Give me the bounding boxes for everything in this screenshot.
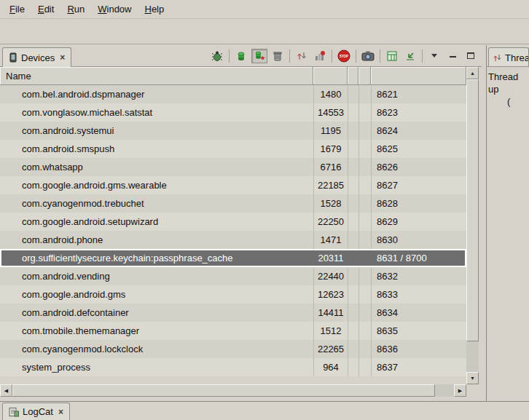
table-header: Name: [0, 67, 466, 85]
threads-tabbar: Threads: [487, 45, 529, 67]
process-port: 8629: [377, 213, 398, 231]
tab-devices-label: Devices: [21, 52, 55, 63]
process-port: 8627: [377, 176, 398, 194]
tab-threads-label: Threads: [505, 52, 529, 63]
stop-process-icon[interactable]: STOP: [336, 49, 352, 63]
systrace-icon[interactable]: [402, 49, 418, 63]
column-header-port[interactable]: [371, 67, 466, 85]
toolbar-separator: [289, 49, 290, 63]
column-separator: [313, 85, 314, 376]
toolbar-separator: [356, 49, 356, 63]
column-separator: [358, 85, 359, 376]
start-method-profiling-icon[interactable]: [312, 49, 328, 63]
dump-hprof-icon[interactable]: [251, 49, 267, 63]
process-port: 8634: [377, 304, 398, 322]
process-pid: 22250: [314, 213, 348, 231]
process-pid: 22185: [314, 176, 348, 194]
main-toolbar-area: [0, 19, 529, 44]
scroll-left-button[interactable]: ◀: [0, 384, 12, 397]
close-icon[interactable]: ×: [60, 52, 65, 63]
scroll-right-button[interactable]: ▶: [454, 384, 466, 397]
process-pid: 1679: [314, 140, 348, 158]
table-row[interactable]: com.google.android.gms 12623 8633: [0, 285, 466, 304]
toolbar-separator: [332, 49, 332, 63]
toolbar-separator: [229, 49, 230, 63]
column-header-empty[interactable]: [358, 67, 371, 85]
process-pid: 1512: [314, 322, 348, 340]
process-name: com.whatsapp: [22, 158, 83, 176]
table-row[interactable]: com.vonglasow.michael.satstat 14553 8623: [0, 103, 466, 122]
column-separator: [348, 85, 348, 376]
column-header-pid[interactable]: [313, 67, 348, 85]
column-header-name[interactable]: Name: [0, 67, 313, 85]
process-pid: 1471: [314, 231, 348, 249]
tab-threads[interactable]: Threads: [488, 47, 529, 67]
process-port: 8635: [377, 322, 398, 340]
process-pid: 12623: [314, 285, 348, 304]
update-heap-icon[interactable]: [233, 49, 249, 63]
table-row[interactable]: com.android.smspush 1679 8625: [0, 140, 466, 158]
close-icon[interactable]: ×: [58, 407, 63, 417]
table-row[interactable]: com.google.android.gms.wearable 22185 86…: [0, 176, 466, 194]
column-header-empty[interactable]: [348, 67, 358, 85]
process-pid: 1480: [314, 85, 348, 103]
device-chip-icon: [9, 52, 17, 63]
table-row[interactable]: com.android.systemui 1195 8624: [0, 122, 466, 140]
process-pid: 6716: [314, 158, 348, 176]
menu-window[interactable]: Window: [91, 1, 138, 17]
screen-capture-icon[interactable]: [360, 49, 376, 63]
process-pid: 1195: [314, 122, 348, 140]
process-pid: 22265: [314, 340, 348, 358]
maximize-icon[interactable]: [463, 49, 479, 63]
tab-devices[interactable]: Devices ×: [2, 47, 71, 67]
process-name: com.google.android.setupwizard: [22, 213, 158, 231]
horizontal-scrollbar[interactable]: ◀ ▶: [0, 384, 466, 397]
menu-run[interactable]: Run: [60, 1, 91, 17]
process-name: system_process: [22, 358, 90, 376]
cause-gc-icon[interactable]: [270, 49, 286, 63]
threads-message-line2: (: [488, 95, 528, 108]
process-pid: 964: [314, 358, 348, 376]
horizontal-scroll-thumb[interactable]: [12, 384, 435, 397]
update-threads-icon[interactable]: [294, 49, 310, 63]
ui-hierarchy-icon[interactable]: [384, 49, 400, 63]
table-row[interactable]: com.android.phone 1471 8630: [0, 231, 466, 249]
menu-file[interactable]: File: [3, 1, 31, 17]
process-name: com.android.systemui: [22, 122, 114, 140]
process-name: com.google.android.gms: [22, 285, 125, 304]
menu-bar: File Edit Run Window Help: [0, 0, 529, 19]
table-row[interactable]: com.bel.android.dspmanager 1480 8621: [0, 85, 466, 103]
menu-help[interactable]: Help: [138, 1, 171, 17]
scroll-up-button[interactable]: ▲: [466, 67, 479, 79]
process-name: com.cyanogenmod.lockclock: [22, 340, 143, 358]
process-port: 8633: [377, 285, 398, 304]
table-row[interactable]: com.android.vending 22440 8632: [0, 267, 466, 285]
table-row[interactable]: com.tmobile.thememanager 1512 8635: [0, 322, 466, 340]
process-pid: 14411: [314, 304, 348, 322]
table-row[interactable]: com.cyanogenmod.lockclock 22265 8636: [0, 340, 466, 358]
table-row[interactable]: com.google.android.setupwizard 22250 862…: [0, 213, 466, 231]
table-row[interactable]: system_process 964 8637: [0, 358, 466, 376]
table-row[interactable]: com.android.defcontainer 14411 8634: [0, 304, 466, 322]
table-row[interactable]: com.whatsapp 6716 8626: [0, 158, 466, 176]
process-name: org.sufficientlysecure.keychain:passphra…: [22, 249, 233, 267]
process-name: com.vonglasow.michael.satstat: [22, 103, 152, 122]
devices-tabbar: Devices ×: [0, 45, 482, 67]
threads-panel: Threads Thread up (: [486, 45, 529, 401]
threads-message-line1: Thread up: [488, 71, 528, 95]
debug-icon[interactable]: [209, 49, 225, 63]
minimize-icon[interactable]: [444, 49, 461, 63]
table-row-selected[interactable]: org.sufficientlysecure.keychain:passphra…: [0, 249, 466, 267]
svg-text:STOP: STOP: [340, 55, 348, 58]
process-name: com.cyanogenmod.trebuchet: [22, 194, 144, 213]
table-row[interactable]: com.cyanogenmod.trebuchet 1528 8628: [0, 194, 466, 213]
process-port: 8636: [377, 340, 398, 358]
scroll-down-button[interactable]: ▼: [466, 372, 479, 384]
tab-logcat[interactable]: LogCat ×: [2, 403, 70, 420]
column-header-name-label: Name: [6, 71, 31, 82]
vertical-scroll-thumb[interactable]: [466, 79, 479, 341]
menu-edit[interactable]: Edit: [31, 1, 60, 17]
vertical-scrollbar[interactable]: ▲ ▼: [466, 67, 479, 384]
process-port: 8621: [377, 85, 398, 103]
view-menu-icon[interactable]: [426, 49, 442, 63]
